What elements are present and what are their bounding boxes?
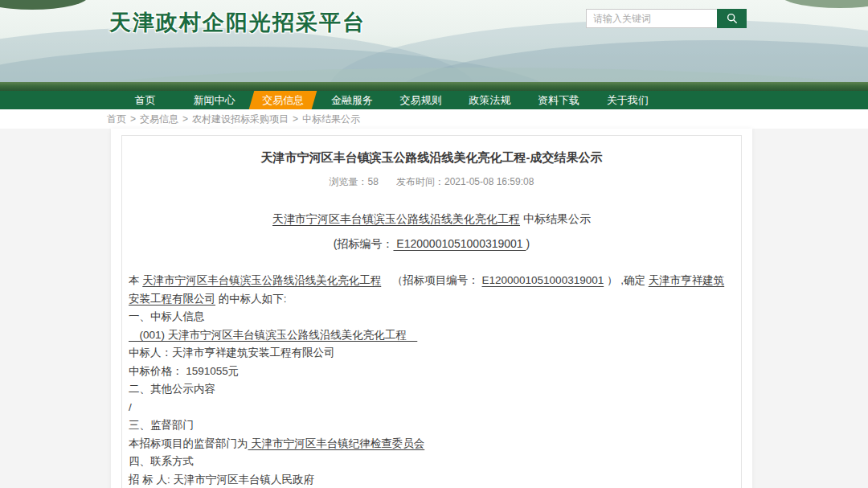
plain-text: 中标结果公示 [520, 212, 591, 225]
nav-item-trade-rules[interactable]: 交易规则 [387, 91, 456, 109]
nav-item-label: 新闻中心 [194, 93, 235, 108]
article-line: 一、中标人信息 [129, 308, 735, 326]
nav-item-about[interactable]: 关于我们 [593, 91, 662, 109]
article-box: 天津市宁河区丰台镇滨玉公路线沿线美化亮化工程-成交结果公示 浏览量：58发布时间… [121, 135, 742, 488]
article-meta: 浏览量：58发布时间：2021-05-08 16:59:08 [129, 175, 735, 189]
content-panel: 天津市宁河区丰台镇滨玉公路线沿线美化亮化工程-成交结果公示 浏览量：58发布时间… [111, 129, 752, 488]
article-subtitle: 天津市宁河区丰台镇滨玉公路线沿线美化亮化工程 中标结果公示 [129, 210, 735, 228]
plain-text: 一、中标人信息 [129, 310, 205, 322]
breadcrumb-item-trade-info[interactable]: 交易信息 [140, 113, 178, 125]
article-line: / [129, 399, 735, 417]
search-bar [586, 9, 747, 28]
plain-text: （招标项目编号： [381, 274, 481, 286]
nav-item-label: 交易规则 [400, 93, 442, 108]
nav-item-label: 首页 [135, 93, 156, 108]
foliage-decoration [0, 0, 88, 10]
publish-label: 发布时间： [396, 176, 444, 187]
nav-item-label: 交易信息 [262, 93, 304, 108]
nav-item-label: 资料下载 [538, 93, 579, 108]
article-body: 本 天津市宁河区丰台镇滨玉公路线沿线美化亮化工程 （招标项目编号： E12000… [129, 272, 735, 488]
article-line: 三、监督部门 [129, 416, 735, 435]
underlined-text: 天津市宁河区丰台镇滨玉公路线沿线美化亮化工程 [142, 274, 381, 286]
breadcrumb: 首页>交易信息>农村建设招标采购项目>中标结果公示 [0, 113, 360, 126]
article-line: 四、联系方式 [129, 453, 735, 471]
article-line: 中标人：天津市亨祥建筑安装工程有限公司 [129, 344, 735, 363]
views-count: 58 [368, 176, 379, 187]
breadcrumb-item-home[interactable]: 首页 [107, 113, 126, 125]
nav-item-label: 金融服务 [331, 93, 373, 108]
site-header-banner: 天津政村企阳光招采平台 [0, 0, 868, 91]
nav-item-downloads[interactable]: 资料下载 [524, 91, 593, 109]
nav-item-label: 关于我们 [607, 93, 649, 108]
plain-text: 本招标项目的监督部门为 [129, 437, 248, 449]
nav-item-trade-info-active[interactable]: 交易信息 [248, 91, 317, 109]
plain-text: 中标价格： 1591055元 [129, 365, 239, 377]
foliage-decoration [780, 0, 868, 8]
article-line: 二、其他公示内容 [129, 380, 735, 399]
plain-text: 招 标 人: 天津市宁河区丰台镇人民政府 [129, 474, 314, 486]
nav-item-label: 政策法规 [469, 93, 510, 108]
breadcrumb-separator: > [130, 113, 136, 125]
article-line: 招 标 人: 天津市宁河区丰台镇人民政府 [129, 471, 735, 488]
plain-text: ) [526, 237, 530, 250]
breadcrumb-separator: > [182, 113, 188, 125]
underlined-text: 天津市宁河区丰台镇纪律检查委员会 [248, 437, 425, 449]
breadcrumb-item-rural-bidding[interactable]: 农村建设招标采购项目 [192, 113, 289, 125]
breadcrumb-separator: > [293, 113, 298, 125]
bid-number-line: (招标编号： E1200001051000319001 ) [129, 235, 735, 252]
plain-text: 的中标人如下: [215, 293, 287, 305]
nav-item-news[interactable]: 新闻中心 [180, 91, 249, 109]
nav-item-finance[interactable]: 金融服务 [317, 91, 387, 109]
article-line: 本招标项目的监督部门为 天津市宁河区丰台镇纪律检查委员会 [129, 435, 735, 453]
site-title: 天津政村企阳光招采平台 [109, 8, 366, 37]
plain-text: 本 [129, 274, 142, 286]
breadcrumb-strip: 首页>交易信息>农村建设招标采购项目>中标结果公示 [0, 109, 868, 129]
underlined-text: E1200001051000319001 [482, 274, 604, 286]
breadcrumb-item-result-notice[interactable]: 中标结果公示 [302, 113, 360, 125]
main-nav: 首页 新闻中心 交易信息 金融服务 交易规则 政策法规 资料下载 关于我们 [0, 91, 868, 109]
search-input[interactable] [586, 9, 717, 28]
plain-text: 四、联系方式 [129, 455, 194, 467]
underlined-text: (001) 天津市宁河区丰台镇滨玉公路线沿线美化亮化工程 [129, 329, 417, 341]
article-line: 中标价格： 1591055元 [129, 363, 735, 381]
plain-text: 中标人：天津市亨祥建筑安装工程有限公司 [129, 347, 335, 359]
views-label: 浏览量： [330, 176, 368, 187]
article-line: 本 天津市宁河区丰台镇滨玉公路线沿线美化亮化工程 （招标项目编号： E12000… [129, 272, 735, 308]
plain-text: (招标编号： [334, 237, 394, 250]
plain-text: / [129, 401, 132, 413]
underlined-text: E1200001051000319001 [393, 237, 526, 250]
plain-text: ） ,确定 [604, 274, 649, 286]
nav-item-policy[interactable]: 政策法规 [455, 91, 524, 109]
underlined-text: 天津市宁河区丰台镇滨玉公路线沿线美化亮化工程 [272, 212, 520, 225]
article-line: (001) 天津市宁河区丰台镇滨玉公路线沿线美化亮化工程 [129, 326, 735, 345]
tree-band-decoration [0, 82, 868, 91]
plain-text: 三、监督部门 [129, 419, 194, 431]
plain-text: 二、其他公示内容 [129, 383, 215, 395]
nav-item-home[interactable]: 首页 [111, 91, 180, 109]
article-title: 天津市宁河区丰台镇滨玉公路线沿线美化亮化工程-成交结果公示 [129, 150, 735, 166]
page-background: 天津市宁河区丰台镇滨玉公路线沿线美化亮化工程-成交结果公示 浏览量：58发布时间… [0, 129, 868, 488]
search-button[interactable] [717, 9, 747, 28]
publish-time: 2021-05-08 16:59:08 [444, 176, 534, 187]
search-icon [727, 13, 738, 24]
